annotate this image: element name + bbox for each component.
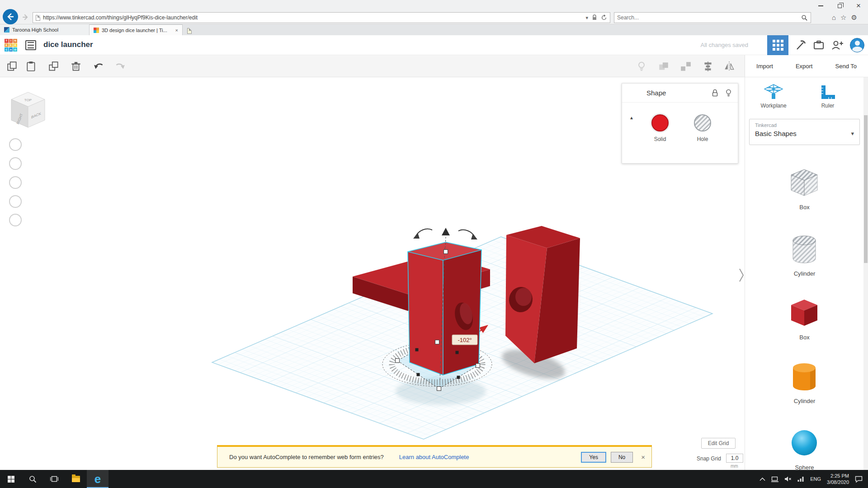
language-indicator[interactable]: ENG (810, 476, 821, 482)
perspective-toggle-button[interactable] (9, 214, 22, 226)
user-avatar[interactable] (850, 38, 864, 52)
settings-gear-icon[interactable]: ⚙ (851, 14, 857, 22)
taskbar-search-button[interactable] (22, 470, 43, 488)
favorites-star-icon[interactable]: ☆ (840, 14, 846, 22)
window-close-button[interactable]: × (849, 0, 868, 12)
notification-close-icon[interactable]: × (641, 453, 645, 461)
tab-dice-launcher[interactable]: 3D design dice launcher | Ti... × (90, 24, 183, 35)
address-bar[interactable]: https://www.tinkercad.com/things/glHyqPf… (33, 12, 610, 23)
lightbulb-icon[interactable] (726, 89, 731, 97)
file-explorer-button[interactable] (65, 470, 87, 488)
rotate-handle-left[interactable] (413, 229, 432, 239)
lock-icon (592, 14, 597, 21)
send-to-button[interactable]: Send To (835, 63, 857, 70)
internet-explorer-button[interactable]: e (87, 470, 108, 488)
undo-icon[interactable] (93, 61, 105, 72)
search-icon (29, 475, 37, 483)
search-box[interactable] (614, 12, 811, 23)
hole-cylinder-icon (788, 232, 821, 266)
zoom-in-button[interactable] (9, 176, 22, 189)
sidebar-scrollbar[interactable] (863, 77, 868, 470)
url-text[interactable]: https://www.tinkercad.com/things/glHyqPf… (43, 14, 585, 21)
tinker-tools-icon[interactable] (795, 39, 807, 51)
projects-folder-icon[interactable] (813, 40, 825, 51)
redo-icon[interactable] (114, 61, 126, 72)
search-icon[interactable] (801, 14, 808, 21)
shape-list-item-sphere[interactable]: Sphere (745, 426, 864, 471)
lock-icon[interactable] (712, 89, 718, 97)
shape-category-dropdown[interactable]: Tinkercad Basic Shapes ▾ (749, 119, 860, 145)
workplane-tool[interactable]: Workplane (749, 84, 798, 109)
rotate-handle-right[interactable] (458, 230, 477, 239)
mirror-icon[interactable] (723, 61, 735, 72)
group-icon[interactable] (658, 61, 670, 72)
export-button[interactable]: Export (796, 63, 813, 70)
rotation-angle-label: -102° (458, 337, 472, 343)
show-all-bulb-icon[interactable] (636, 61, 647, 72)
autocomplete-learn-link[interactable]: Learn about AutoComplete (399, 454, 469, 460)
edit-grid-button[interactable]: Edit Grid (701, 438, 736, 449)
import-button[interactable]: Import (756, 63, 773, 70)
snap-grid-input[interactable] (726, 454, 743, 463)
back-arrow-icon (5, 12, 15, 22)
ruler-tool[interactable]: Ruler (803, 84, 853, 109)
search-input[interactable] (617, 14, 801, 21)
hole-swatch-icon[interactable] (694, 114, 711, 131)
invite-person-icon[interactable] (831, 40, 844, 51)
autocomplete-caret-icon[interactable]: ▾ (585, 15, 588, 21)
scrollbar-thumb[interactable] (864, 115, 868, 263)
start-button[interactable] (0, 470, 22, 488)
shape-selected-box[interactable] (408, 242, 481, 382)
duplicate-icon[interactable] (48, 61, 60, 72)
action-center-icon[interactable] (855, 476, 863, 483)
solid-box-icon (788, 296, 821, 330)
viewcube[interactable]: TOP RIGHT BACK (11, 92, 45, 127)
network-icon[interactable] (797, 476, 804, 482)
browser-titlebar: https://www.tinkercad.com/things/glHyqPf… (0, 0, 868, 24)
refresh-icon[interactable] (601, 14, 607, 21)
solid-label: Solid (647, 136, 673, 142)
browser-back-button[interactable] (3, 9, 18, 24)
home-icon[interactable]: ⌂ (832, 14, 836, 22)
no-button[interactable]: No (611, 452, 633, 463)
ungroup-icon[interactable] (680, 61, 692, 72)
shape-list-item-solid-box[interactable]: Box (745, 296, 864, 341)
new-tab-button[interactable] (184, 26, 195, 35)
paste-icon[interactable] (25, 61, 37, 72)
view-home-button[interactable] (9, 138, 22, 151)
volume-muted-icon[interactable] (784, 476, 792, 482)
task-view-button[interactable] (43, 470, 65, 488)
transfer-actions: Import Export Send To (745, 55, 868, 77)
tinkercad-header: TIN KER CAD dice launcher All changes sa… (0, 35, 868, 55)
yes-button[interactable]: Yes (581, 452, 606, 463)
shape-list-item-hole-box[interactable]: Box (745, 166, 864, 211)
window-minimize-button[interactable] (811, 0, 830, 12)
shape-list-item-solid-cylinder[interactable]: Cylinder (745, 360, 864, 404)
close-icon: × (856, 1, 861, 10)
tray-expand-chevron-icon[interactable] (760, 477, 765, 481)
align-icon[interactable] (702, 61, 714, 72)
battery-icon[interactable] (771, 476, 778, 482)
tinkercad-logo[interactable]: TIN KER CAD (5, 39, 17, 52)
tab-taroona-high-school[interactable]: Taroona High School (0, 24, 90, 35)
design-title[interactable]: dice launcher (43, 40, 93, 49)
design-menu-icon[interactable] (25, 40, 36, 50)
fit-view-button[interactable] (9, 157, 22, 170)
delete-icon[interactable] (70, 61, 82, 72)
hole-option[interactable]: Hole (690, 114, 715, 142)
copy-icon[interactable] (6, 61, 18, 72)
minimize-icon (818, 5, 823, 6)
shape-list-item-hole-cylinder[interactable]: Cylinder (745, 232, 864, 277)
restore-icon (838, 4, 842, 8)
browser-forward-button[interactable] (21, 13, 30, 22)
tab-close-icon[interactable]: × (175, 28, 178, 33)
shape-right-box[interactable] (505, 226, 580, 363)
zoom-out-button[interactable] (9, 195, 22, 208)
sidebar-collapse-chevron[interactable] (738, 267, 745, 283)
solid-swatch-icon[interactable] (651, 114, 669, 131)
panel-collapse-triangle-icon[interactable]: ▲ (629, 115, 634, 120)
window-restore-button[interactable] (830, 0, 849, 12)
dashboard-grid-button[interactable] (767, 35, 788, 55)
solid-option[interactable]: Solid (647, 114, 673, 142)
taskbar-clock[interactable]: 2:25 PM 3/08/2020 (827, 473, 849, 485)
